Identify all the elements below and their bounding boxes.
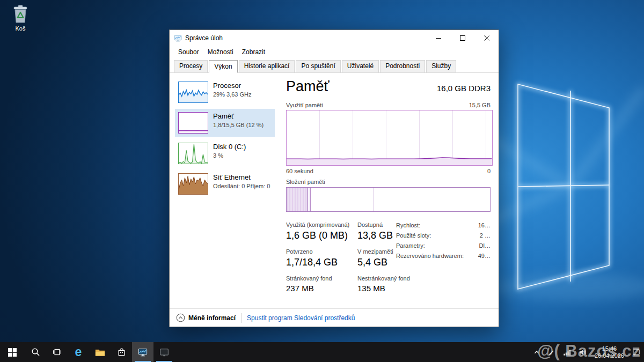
app-window-icon [159,348,169,357]
maximize-button[interactable] [450,30,474,46]
menu-moznosti[interactable]: Možnosti [203,47,238,57]
tab-po-spusteni[interactable]: Po spuštění [296,60,340,73]
open-resource-monitor-link[interactable]: Spustit program Sledování prostředků [247,314,355,322]
windows-start-icon [8,348,17,357]
app-window-button[interactable] [153,342,175,362]
tab-historie-aplikaci[interactable]: Historie aplikací [239,60,295,73]
store-button[interactable] [111,342,132,362]
chevron-up-circle-icon [176,313,185,322]
tab-vykon[interactable]: Výkon [209,60,237,73]
memory-composition-bar [286,187,491,212]
performance-sidebar: Procesor 29% 3,63 GHz Paměť 1,8/15,5 GB … [170,73,277,308]
sidebar-item-subtitle: Odesílání: 0 Příjem: 0 kb [213,183,271,189]
sidebar-item-subtitle: 29% 3,63 GHz [213,91,252,98]
chart-zero-label: 0 [487,168,491,174]
task-manager-icon [138,348,148,357]
start-button[interactable] [0,342,25,362]
recycle-bin-label: Koš [16,25,26,32]
detail-hardware-reserved: Rezervováno hardwarem: 49… [396,253,491,259]
file-explorer-icon [95,348,105,357]
less-info-button[interactable]: Méně informací [176,313,236,322]
disk-mini-chart [178,143,208,164]
footer-divider [241,313,241,323]
composition-segment-in-use [287,188,308,211]
memory-mini-chart [178,112,208,134]
close-button[interactable] [474,30,499,46]
sidebar-item-disk[interactable]: Disk 0 (C:) 3 % [175,139,275,167]
tab-podrobnosti[interactable]: Podrobnosti [380,60,425,73]
minimize-button[interactable] [426,30,450,46]
task-manager-app-icon [174,34,182,42]
sidebar-item-subtitle: 3 % [213,152,246,159]
edge-button[interactable]: e [68,342,89,362]
memory-panel-title: Paměť [286,78,330,95]
search-button[interactable] [25,342,46,362]
menu-zobrazit[interactable]: Zobrazit [238,47,269,57]
less-info-label: Méně informací [188,314,236,322]
desktop-background: Koš Správce úloh [0,0,644,362]
search-icon [31,348,40,357]
maximize-icon [459,35,466,41]
memory-hardware-details: Rychlost: 16… Použité sloty: 2 … Paramet… [396,222,491,263]
recycle-bin-icon [12,4,29,24]
sidebar-item-title: Síť Ethernet [213,173,271,181]
sidebar-item-title: Paměť [213,112,264,120]
minimize-icon [435,35,442,41]
task-manager-taskbar-button[interactable] [132,342,153,362]
memory-composition-label: Složení paměti [286,179,325,185]
memory-usage-chart-label: Využití paměti [286,102,323,108]
edge-icon: e [75,346,82,358]
memory-usage-chart [286,110,493,166]
menu-bar: Soubor Možnosti Zobrazit [170,46,499,58]
tab-sluzby[interactable]: Služby [426,60,456,73]
stat-paged-pool: Stránkovaný fond 237 MB [286,275,357,293]
stat-committed: Potvrzeno 1,7/18,4 GB [286,248,357,268]
memory-capacity: 16,0 GB DDR3 [437,84,491,95]
detail-slots-used: Použité sloty: 2 … [396,232,491,239]
memory-panel: Paměť 16,0 GB DDR3 Využití paměti 15,5 G… [277,73,499,308]
menu-soubor[interactable]: Soubor [174,47,203,57]
tab-bar: Procesy Výkon Historie aplikací Po spušt… [170,58,499,73]
task-view-button[interactable] [46,342,68,362]
sidebar-item-cpu[interactable]: Procesor 29% 3,63 GHz [175,78,275,106]
sidebar-item-ethernet[interactable]: Síť Ethernet Odesílání: 0 Příjem: 0 kb [175,170,275,198]
stat-used: Využitá (komprimovaná) 1,6 GB (0 MB) [286,221,357,241]
tab-procesy[interactable]: Procesy [174,60,208,73]
watermark: @( Bazos.cz [537,342,641,361]
recycle-bin[interactable]: Koš [5,4,35,32]
sidebar-item-title: Disk 0 (C:) [213,143,246,151]
window-footer: Méně informací Spustit program Sledování… [170,308,499,327]
chart-time-span-label: 60 sekund [286,168,313,174]
cpu-mini-chart [178,82,208,103]
window-titlebar[interactable]: Správce úloh [170,30,499,46]
file-explorer-button[interactable] [89,342,111,362]
composition-segment-standby [311,188,374,211]
sidebar-item-subtitle: 1,8/15,5 GB (12 %) [213,122,264,128]
ethernet-mini-chart [178,173,208,195]
sidebar-item-title: Procesor [213,82,252,90]
window-title: Správce úloh [185,34,223,42]
detail-form-factor: Parametry: Dl… [396,242,491,249]
stat-nonpaged-pool: Nestránkovaný fond 135 MB [357,275,427,293]
close-icon [484,35,490,41]
task-manager-window: Správce úloh Soubor Možnosti Zobrazit Pr… [169,29,499,327]
memory-usage-chart-max: 15,5 GB [469,102,491,108]
sidebar-item-memory[interactable]: Paměť 1,8/15,5 GB (12 %) [175,109,275,137]
store-bag-icon [117,348,126,357]
tab-uzivatele[interactable]: Uživatelé [342,60,379,73]
detail-speed: Rychlost: 16… [396,222,491,228]
task-view-icon [53,348,62,357]
